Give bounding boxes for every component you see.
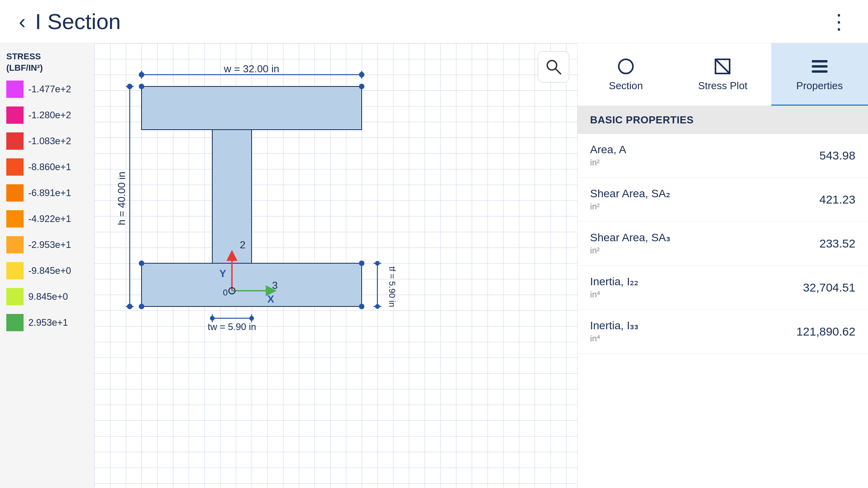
property-value: 233.52 (819, 237, 855, 250)
stress-legend: STRESS(LBF/IN²) -1.477e+2 -1.280e+2 -1.0… (0, 43, 94, 488)
svg-point-30 (359, 84, 364, 89)
svg-point-26 (375, 261, 380, 266)
legend-item: -4.922e+1 (6, 210, 88, 227)
legend-item: -2.953e+1 (6, 236, 88, 253)
legend-value: -4.922e+1 (28, 213, 71, 224)
stress-plot-tab-icon (712, 56, 733, 77)
legend-value: 9.845e+0 (28, 291, 68, 302)
legend-item: -1.477e+2 (6, 81, 88, 98)
property-label: Inertia, I₂₂ (590, 275, 638, 288)
canvas-area: w = 32.00 in h = 40.00 in tw = 5.90 in t… (94, 43, 577, 488)
legend-color-swatch (6, 158, 24, 176)
svg-text:w = 32.00 in: w = 32.00 in (224, 63, 280, 75)
stress-legend-title: STRESS(LBF/IN²) (6, 51, 88, 73)
legend-color-swatch (6, 210, 24, 227)
legend-value: -1.280e+2 (28, 110, 71, 121)
tab-stress-plot-label: Stress Plot (698, 80, 748, 92)
right-panel: Section Stress Plot Properties (577, 43, 868, 488)
legend-value: -2.953e+1 (28, 239, 71, 250)
svg-text:2: 2 (240, 239, 245, 251)
legend-value: -1.083e+2 (28, 136, 71, 147)
svg-text:Y: Y (219, 268, 226, 279)
legend-value: -1.477e+2 (28, 84, 71, 95)
legend-item: -6.891e+1 (6, 184, 88, 202)
legend-color-swatch (6, 132, 24, 150)
more-button[interactable]: ⋮ (829, 10, 849, 33)
legend-value: -6.891e+1 (28, 187, 71, 198)
svg-text:0: 0 (223, 288, 228, 297)
tab-stress-plot[interactable]: Stress Plot (674, 43, 771, 106)
svg-point-32 (359, 304, 364, 309)
property-value: 543.98 (819, 149, 855, 162)
legend-item: 2.953e+1 (6, 314, 88, 331)
property-row: Inertia, I₂₂ in⁴ 32,704.51 (577, 266, 868, 310)
legend-item: -8.860e+1 (6, 158, 88, 176)
svg-text:3: 3 (272, 279, 278, 291)
legend-item: -1.280e+2 (6, 106, 88, 124)
svg-point-34 (359, 261, 364, 266)
svg-point-15 (127, 304, 132, 309)
svg-rect-46 (812, 60, 828, 62)
property-unit: in² (590, 202, 670, 212)
property-left: Inertia, I₂₂ in⁴ (590, 275, 638, 300)
tab-properties-label: Properties (796, 80, 843, 92)
tab-section[interactable]: Section (577, 43, 674, 106)
tab-section-label: Section (609, 80, 643, 92)
section-drawing: w = 32.00 in h = 40.00 in tw = 5.90 in t… (118, 63, 401, 338)
svg-point-14 (127, 84, 132, 89)
header-left: ‹ I Section (19, 9, 121, 34)
svg-point-20 (210, 316, 215, 321)
tabs-container: Section Stress Plot Properties (577, 43, 868, 106)
properties-tab-icon (809, 56, 830, 77)
svg-point-27 (375, 304, 380, 309)
property-left: Area, A in² (590, 143, 626, 168)
legend-value: 2.953e+1 (28, 317, 68, 328)
svg-rect-48 (812, 70, 828, 73)
property-left: Shear Area, SA₃ in² (590, 231, 670, 256)
svg-point-9 (359, 72, 364, 77)
svg-point-33 (139, 261, 144, 266)
tab-properties[interactable]: Properties (771, 43, 868, 106)
property-left: Shear Area, SA₂ in² (590, 187, 670, 212)
property-label: Inertia, I₃₃ (590, 319, 638, 332)
svg-text:X: X (267, 293, 274, 305)
svg-text:h = 40.00 in: h = 40.00 in (118, 172, 127, 226)
property-left: Inertia, I₃₃ in⁴ (590, 319, 638, 344)
legend-color-swatch (6, 184, 24, 202)
search-icon (545, 58, 562, 75)
svg-rect-2 (142, 86, 362, 130)
main-content: STRESS(LBF/IN²) -1.477e+2 -1.280e+2 -1.0… (0, 43, 868, 488)
property-label: Shear Area, SA₃ (590, 231, 670, 244)
property-row: Shear Area, SA₃ in² 233.52 (577, 222, 868, 266)
section-tab-icon (616, 56, 636, 77)
back-button[interactable]: ‹ (19, 11, 26, 32)
svg-line-1 (555, 69, 561, 74)
property-label: Area, A (590, 143, 626, 156)
legend-color-swatch (6, 288, 24, 305)
legend-value: -9.845e+0 (28, 265, 71, 276)
svg-point-31 (139, 304, 144, 309)
property-row: Area, A in² 543.98 (577, 134, 868, 178)
property-value: 421.23 (819, 193, 855, 206)
property-label: Shear Area, SA₂ (590, 187, 670, 200)
property-row: Inertia, I₃₃ in⁴ 121,890.62 (577, 310, 868, 354)
property-unit: in² (590, 246, 670, 256)
properties-panel: BASIC PROPERTIES Area, A in² 543.98 Shea… (577, 106, 868, 488)
svg-point-21 (249, 316, 254, 321)
legend-item: -1.083e+2 (6, 132, 88, 150)
property-unit: in⁴ (590, 290, 638, 300)
legend-color-swatch (6, 314, 24, 331)
svg-rect-4 (142, 263, 362, 306)
property-unit: in² (590, 158, 626, 168)
svg-point-29 (139, 84, 144, 89)
search-button[interactable] (538, 51, 569, 83)
legend-value: -8.860e+1 (28, 161, 71, 172)
legend-color-swatch (6, 262, 24, 279)
legend-item: 9.845e+0 (6, 288, 88, 305)
svg-point-8 (139, 72, 144, 77)
page-title: I Section (35, 9, 121, 34)
property-row: Shear Area, SA₂ in² 421.23 (577, 178, 868, 222)
legend-color-swatch (6, 81, 24, 98)
svg-rect-47 (812, 65, 828, 68)
svg-text:tw = 5.90 in: tw = 5.90 in (208, 321, 256, 332)
